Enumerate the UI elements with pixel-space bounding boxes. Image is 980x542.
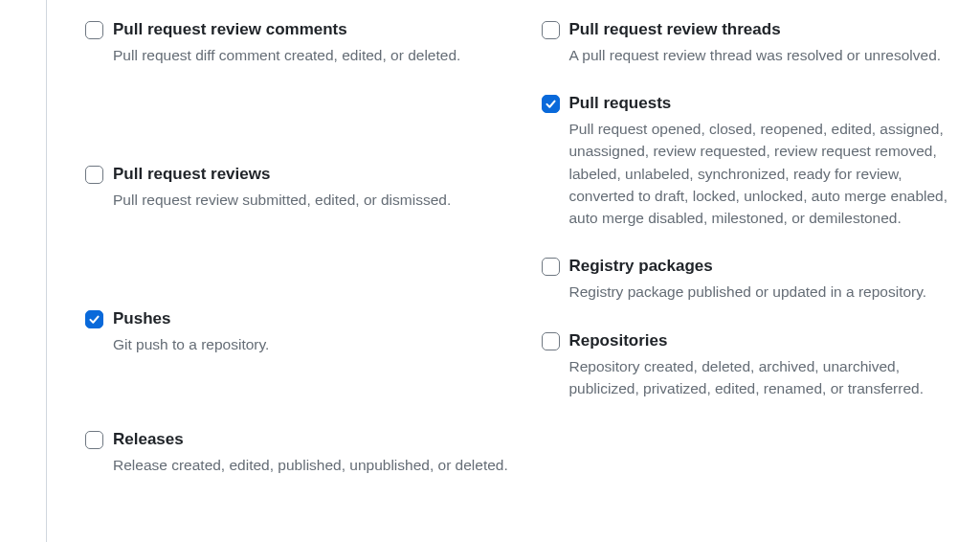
event-content: Pull request review threadsA pull reques…: [569, 19, 969, 66]
event-item-repositories: RepositoriesRepository created, deleted,…: [542, 330, 981, 399]
checkbox-pull-requests[interactable]: [542, 95, 560, 113]
event-title: Pull requests: [569, 93, 969, 115]
event-title: Pushes: [113, 308, 513, 330]
checkbox-registry-packages[interactable]: [542, 258, 560, 276]
event-title: Pull request review comments: [113, 19, 513, 41]
webhook-events-panel: Pull request review commentsPull request…: [46, 0, 980, 542]
event-content: ReleasesRelease created, edited, publish…: [113, 429, 513, 476]
checkbox-pull-request-reviews[interactable]: [85, 166, 103, 184]
spacer: [85, 93, 524, 164]
event-title: Releases: [113, 429, 513, 451]
event-item-releases: ReleasesRelease created, edited, publish…: [85, 429, 524, 476]
event-item-pull-requests: Pull requestsPull request opened, closed…: [542, 93, 981, 229]
left-column: Pull request review commentsPull request…: [85, 19, 524, 542]
spacer: [85, 383, 524, 429]
event-content: Pull requestsPull request opened, closed…: [569, 93, 969, 229]
event-description: Release created, edited, published, unpu…: [113, 454, 513, 476]
event-content: PushesGit push to a repository.: [113, 308, 513, 355]
right-column: Pull request review threadsA pull reques…: [542, 19, 981, 542]
event-content: Pull request review commentsPull request…: [113, 19, 513, 66]
event-description: Registry package published or updated in…: [569, 281, 969, 303]
event-item-pull-request-reviews: Pull request reviewsPull request review …: [85, 164, 524, 211]
checkbox-pushes[interactable]: [85, 310, 103, 328]
checkbox-pull-request-review-comments[interactable]: [85, 21, 103, 39]
checkbox-pull-request-review-threads[interactable]: [542, 21, 560, 39]
event-content: RepositoriesRepository created, deleted,…: [569, 330, 969, 399]
event-description: Repository created, deleted, archived, u…: [569, 355, 969, 400]
event-content: Registry packagesRegistry package publis…: [569, 256, 969, 303]
event-title: Pull request review threads: [569, 19, 969, 41]
event-description: Pull request opened, closed, reopened, e…: [569, 118, 969, 229]
checkbox-releases[interactable]: [85, 431, 103, 449]
spacer: [85, 237, 524, 308]
event-description: Git push to a repository.: [113, 333, 513, 355]
event-description: A pull request review thread was resolve…: [569, 44, 969, 66]
event-description: Pull request review submitted, edited, o…: [113, 189, 513, 211]
event-content: Pull request reviewsPull request review …: [113, 164, 513, 211]
event-item-pull-request-review-comments: Pull request review commentsPull request…: [85, 19, 524, 66]
event-title: Registry packages: [569, 256, 969, 278]
checkbox-repositories[interactable]: [542, 332, 560, 350]
event-title: Repositories: [569, 330, 969, 352]
event-item-pull-request-review-threads: Pull request review threadsA pull reques…: [542, 19, 981, 66]
event-item-pushes: PushesGit push to a repository.: [85, 308, 524, 355]
event-title: Pull request reviews: [113, 164, 513, 186]
event-item-registry-packages: Registry packagesRegistry package publis…: [542, 256, 981, 303]
event-description: Pull request diff comment created, edite…: [113, 44, 513, 66]
